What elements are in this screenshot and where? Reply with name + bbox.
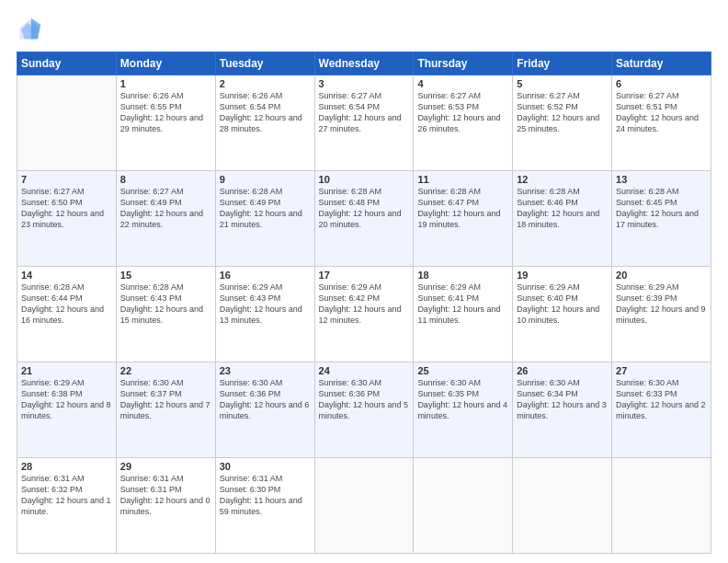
day-number: 26 bbox=[517, 365, 608, 376]
day-info: Sunrise: 6:27 AMSunset: 6:49 PMDaylight:… bbox=[120, 186, 211, 231]
calendar-cell: 16Sunrise: 6:29 AMSunset: 6:43 PMDayligh… bbox=[215, 267, 314, 362]
calendar-cell bbox=[17, 75, 117, 171]
day-info: Sunrise: 6:30 AMSunset: 6:35 PMDaylight:… bbox=[417, 377, 508, 422]
weekday-header: Tuesday bbox=[215, 52, 314, 75]
calendar-table: SundayMondayTuesdayWednesdayThursdayFrid… bbox=[17, 52, 711, 554]
day-number: 22 bbox=[120, 365, 211, 376]
day-info: Sunrise: 6:30 AMSunset: 6:33 PMDaylight:… bbox=[616, 377, 707, 422]
day-number: 16 bbox=[220, 270, 311, 281]
day-info: Sunrise: 6:31 AMSunset: 6:32 PMDaylight:… bbox=[21, 473, 112, 518]
day-info: Sunrise: 6:27 AMSunset: 6:53 PMDaylight:… bbox=[417, 90, 508, 135]
calendar-cell: 21Sunrise: 6:29 AMSunset: 6:38 PMDayligh… bbox=[17, 362, 117, 458]
calendar-cell: 2Sunrise: 6:26 AMSunset: 6:54 PMDaylight… bbox=[215, 75, 314, 171]
day-number: 28 bbox=[21, 461, 112, 472]
calendar-cell: 23Sunrise: 6:30 AMSunset: 6:36 PMDayligh… bbox=[215, 362, 314, 458]
day-number: 1 bbox=[120, 78, 211, 89]
day-info: Sunrise: 6:26 AMSunset: 6:54 PMDaylight:… bbox=[220, 90, 311, 135]
header bbox=[17, 17, 711, 42]
calendar-cell: 8Sunrise: 6:27 AMSunset: 6:49 PMDaylight… bbox=[116, 171, 215, 267]
day-info: Sunrise: 6:31 AMSunset: 6:31 PMDaylight:… bbox=[120, 473, 211, 518]
calendar-cell: 29Sunrise: 6:31 AMSunset: 6:31 PMDayligh… bbox=[116, 458, 215, 554]
day-number: 21 bbox=[21, 365, 112, 376]
day-number: 10 bbox=[319, 174, 410, 185]
day-number: 19 bbox=[517, 270, 608, 281]
day-info: Sunrise: 6:29 AMSunset: 6:43 PMDaylight:… bbox=[220, 282, 311, 327]
logo bbox=[17, 17, 46, 42]
day-number: 13 bbox=[616, 174, 707, 185]
day-number: 5 bbox=[517, 78, 608, 89]
day-info: Sunrise: 6:28 AMSunset: 6:47 PMDaylight:… bbox=[417, 186, 508, 231]
day-number: 4 bbox=[417, 78, 508, 89]
calendar-cell: 3Sunrise: 6:27 AMSunset: 6:54 PMDaylight… bbox=[314, 75, 414, 171]
weekday-header: Monday bbox=[116, 52, 215, 75]
calendar-cell: 1Sunrise: 6:26 AMSunset: 6:55 PMDaylight… bbox=[116, 75, 215, 171]
day-info: Sunrise: 6:28 AMSunset: 6:46 PMDaylight:… bbox=[517, 186, 608, 231]
day-info: Sunrise: 6:29 AMSunset: 6:41 PMDaylight:… bbox=[417, 282, 508, 327]
page: SundayMondayTuesdayWednesdayThursdayFrid… bbox=[0, 0, 728, 563]
day-number: 20 bbox=[616, 270, 707, 281]
logo-icon bbox=[17, 17, 42, 42]
calendar-cell: 26Sunrise: 6:30 AMSunset: 6:34 PMDayligh… bbox=[513, 362, 612, 458]
calendar-week-row: 28Sunrise: 6:31 AMSunset: 6:32 PMDayligh… bbox=[17, 458, 711, 554]
day-info: Sunrise: 6:28 AMSunset: 6:44 PMDaylight:… bbox=[21, 282, 112, 327]
calendar-cell: 25Sunrise: 6:30 AMSunset: 6:35 PMDayligh… bbox=[414, 362, 513, 458]
day-info: Sunrise: 6:28 AMSunset: 6:45 PMDaylight:… bbox=[616, 186, 707, 231]
calendar-cell: 30Sunrise: 6:31 AMSunset: 6:30 PMDayligh… bbox=[215, 458, 314, 554]
day-info: Sunrise: 6:27 AMSunset: 6:52 PMDaylight:… bbox=[517, 90, 608, 135]
day-info: Sunrise: 6:30 AMSunset: 6:36 PMDaylight:… bbox=[220, 377, 311, 422]
calendar-cell: 6Sunrise: 6:27 AMSunset: 6:51 PMDaylight… bbox=[612, 75, 711, 171]
day-info: Sunrise: 6:28 AMSunset: 6:48 PMDaylight:… bbox=[319, 186, 410, 231]
calendar-cell: 27Sunrise: 6:30 AMSunset: 6:33 PMDayligh… bbox=[612, 362, 711, 458]
weekday-header: Saturday bbox=[612, 52, 711, 75]
calendar-week-row: 7Sunrise: 6:27 AMSunset: 6:50 PMDaylight… bbox=[17, 171, 711, 267]
day-info: Sunrise: 6:28 AMSunset: 6:43 PMDaylight:… bbox=[120, 282, 211, 327]
day-number: 7 bbox=[21, 174, 112, 185]
calendar-cell: 17Sunrise: 6:29 AMSunset: 6:42 PMDayligh… bbox=[314, 267, 414, 362]
day-info: Sunrise: 6:29 AMSunset: 6:42 PMDaylight:… bbox=[319, 282, 410, 327]
day-number: 24 bbox=[319, 365, 410, 376]
day-number: 9 bbox=[220, 174, 311, 185]
calendar-cell: 10Sunrise: 6:28 AMSunset: 6:48 PMDayligh… bbox=[314, 171, 414, 267]
calendar-cell: 22Sunrise: 6:30 AMSunset: 6:37 PMDayligh… bbox=[116, 362, 215, 458]
calendar-cell bbox=[612, 458, 711, 554]
day-number: 3 bbox=[319, 78, 410, 89]
calendar-cell: 19Sunrise: 6:29 AMSunset: 6:40 PMDayligh… bbox=[513, 267, 612, 362]
day-number: 25 bbox=[417, 365, 508, 376]
day-info: Sunrise: 6:27 AMSunset: 6:51 PMDaylight:… bbox=[616, 90, 707, 135]
day-info: Sunrise: 6:31 AMSunset: 6:30 PMDaylight:… bbox=[220, 473, 311, 518]
day-number: 11 bbox=[417, 174, 508, 185]
calendar-cell: 14Sunrise: 6:28 AMSunset: 6:44 PMDayligh… bbox=[17, 267, 117, 362]
day-number: 6 bbox=[616, 78, 707, 89]
calendar-cell bbox=[513, 458, 612, 554]
calendar-cell: 9Sunrise: 6:28 AMSunset: 6:49 PMDaylight… bbox=[215, 171, 314, 267]
day-number: 12 bbox=[517, 174, 608, 185]
day-number: 17 bbox=[319, 270, 410, 281]
calendar-cell: 18Sunrise: 6:29 AMSunset: 6:41 PMDayligh… bbox=[414, 267, 513, 362]
calendar-cell: 4Sunrise: 6:27 AMSunset: 6:53 PMDaylight… bbox=[414, 75, 513, 171]
day-info: Sunrise: 6:27 AMSunset: 6:54 PMDaylight:… bbox=[319, 90, 410, 135]
day-number: 29 bbox=[120, 461, 211, 472]
calendar-cell: 7Sunrise: 6:27 AMSunset: 6:50 PMDaylight… bbox=[17, 171, 117, 267]
calendar-cell bbox=[414, 458, 513, 554]
day-number: 18 bbox=[417, 270, 508, 281]
calendar-cell: 13Sunrise: 6:28 AMSunset: 6:45 PMDayligh… bbox=[612, 171, 711, 267]
day-number: 2 bbox=[220, 78, 311, 89]
day-number: 15 bbox=[120, 270, 211, 281]
day-number: 30 bbox=[220, 461, 311, 472]
calendar-cell: 5Sunrise: 6:27 AMSunset: 6:52 PMDaylight… bbox=[513, 75, 612, 171]
calendar-cell: 12Sunrise: 6:28 AMSunset: 6:46 PMDayligh… bbox=[513, 171, 612, 267]
calendar-cell: 24Sunrise: 6:30 AMSunset: 6:36 PMDayligh… bbox=[314, 362, 414, 458]
calendar-cell bbox=[314, 458, 414, 554]
day-info: Sunrise: 6:30 AMSunset: 6:36 PMDaylight:… bbox=[319, 377, 410, 422]
day-number: 27 bbox=[616, 365, 707, 376]
calendar-week-row: 21Sunrise: 6:29 AMSunset: 6:38 PMDayligh… bbox=[17, 362, 711, 458]
day-number: 23 bbox=[220, 365, 311, 376]
calendar-week-row: 14Sunrise: 6:28 AMSunset: 6:44 PMDayligh… bbox=[17, 267, 711, 362]
day-info: Sunrise: 6:30 AMSunset: 6:34 PMDaylight:… bbox=[517, 377, 608, 422]
calendar-cell: 11Sunrise: 6:28 AMSunset: 6:47 PMDayligh… bbox=[414, 171, 513, 267]
day-info: Sunrise: 6:28 AMSunset: 6:49 PMDaylight:… bbox=[220, 186, 311, 231]
day-info: Sunrise: 6:29 AMSunset: 6:40 PMDaylight:… bbox=[517, 282, 608, 327]
day-info: Sunrise: 6:30 AMSunset: 6:37 PMDaylight:… bbox=[120, 377, 211, 422]
calendar-cell: 28Sunrise: 6:31 AMSunset: 6:32 PMDayligh… bbox=[17, 458, 117, 554]
calendar-cell: 15Sunrise: 6:28 AMSunset: 6:43 PMDayligh… bbox=[116, 267, 215, 362]
